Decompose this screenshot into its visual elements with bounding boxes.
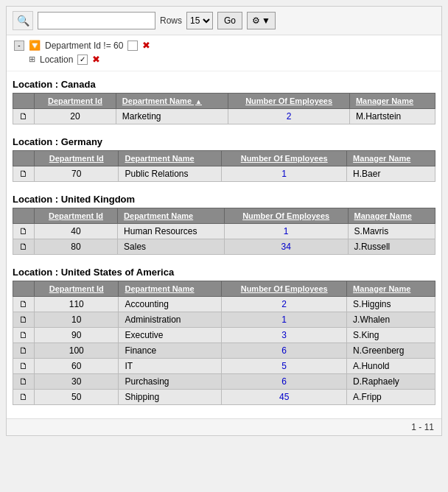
row-icon: 🗋 <box>13 328 35 343</box>
num-emp-cell[interactable]: 5 <box>222 359 347 374</box>
location-header-1: Location : Germany <box>13 132 435 150</box>
dept-name-cell: Human Resources <box>118 224 225 239</box>
search-button[interactable]: 🔍 <box>13 11 33 30</box>
filter2-delete-icon[interactable]: ✖ <box>92 54 100 65</box>
col-header-2[interactable]: Number Of Employees <box>228 94 350 109</box>
rows-select[interactable]: 5 10 15 20 25 50 <box>186 12 213 29</box>
col-header-1[interactable]: Department Name <box>119 151 222 166</box>
row-icon: 🗋 <box>13 224 35 239</box>
filter2-checkbox[interactable]: ✓ <box>77 55 88 65</box>
col-icon <box>13 151 35 166</box>
col-header-0[interactable]: Department Id <box>35 94 116 109</box>
num-emp-cell[interactable]: 34 <box>224 239 348 255</box>
col-header-0[interactable]: Department Id <box>35 151 119 166</box>
table-row: 🗋90Executive3S.King <box>13 328 435 343</box>
dept-name-cell: Accounting <box>119 297 222 312</box>
row-icon: 🗋 <box>13 239 35 255</box>
table-0: Department IdDepartment Name ▲Number Of … <box>13 93 435 124</box>
dept-name-cell: Sales <box>118 239 225 255</box>
filter1-delete-icon[interactable]: ✖ <box>142 40 150 51</box>
dept-id-cell: 100 <box>35 343 119 359</box>
dept-name-cell: Purchasing <box>119 374 222 390</box>
col-header-2[interactable]: Number Of Employees <box>222 281 347 297</box>
row-icon: 🗋 <box>13 390 35 405</box>
dept-id-cell: 30 <box>35 374 119 390</box>
filter1-checkbox[interactable] <box>127 41 138 51</box>
num-emp-cell[interactable]: 45 <box>222 390 347 405</box>
manager-cell: S.King <box>347 328 435 343</box>
go-button[interactable]: Go <box>217 12 242 29</box>
row-icon: 🗋 <box>13 359 35 374</box>
table-2: Department IdDepartment NameNumber Of Em… <box>13 208 435 255</box>
table-row: 🗋70Public Relations1H.Baer <box>13 166 435 182</box>
table-row: 🗋60IT5A.Hunold <box>13 359 435 374</box>
dept-id-cell: 90 <box>35 328 119 343</box>
filter-area: - 🔽 Department Id != 60 ✖ ⊞ Location ✓ ✖ <box>7 35 441 71</box>
num-emp-cell[interactable]: 6 <box>222 343 347 359</box>
location-header-2: Location : United Kingdom <box>13 189 435 208</box>
toolbar: 🔍 Rows 5 10 15 20 25 50 Go ⚙ ▼ <box>7 7 441 35</box>
num-emp-cell[interactable]: 2 <box>228 109 350 124</box>
row-icon: 🗋 <box>13 166 35 182</box>
col-header-3[interactable]: Manager Name <box>349 94 435 109</box>
settings-button[interactable]: ⚙ ▼ <box>247 12 276 29</box>
col-header-1[interactable]: Department Name ▲ <box>116 94 228 109</box>
table-row: 🗋100Finance6N.Greenberg <box>13 343 435 359</box>
col-header-3[interactable]: Manager Name <box>347 151 435 166</box>
dept-name-cell: Executive <box>119 328 222 343</box>
col-header-3[interactable]: Manager Name <box>348 208 435 224</box>
manager-cell: A.Hunold <box>347 359 435 374</box>
col-header-2[interactable]: Number Of Employees <box>224 208 348 224</box>
pagination-info: 1 - 11 <box>411 422 434 432</box>
col-header-1[interactable]: Department Name <box>119 281 222 297</box>
search-input[interactable] <box>38 12 155 29</box>
dropdown-arrow-icon: ▼ <box>262 15 270 26</box>
row-icon: 🗋 <box>13 374 35 390</box>
dept-name-cell: IT <box>119 359 222 374</box>
dept-name-cell: Marketing <box>116 109 228 124</box>
num-emp-cell[interactable]: 1 <box>222 166 347 182</box>
table-row: 🗋40Human Resources1S.Mavris <box>13 224 435 239</box>
manager-cell: H.Baer <box>347 166 435 182</box>
dept-name-cell: Public Relations <box>119 166 222 182</box>
col-header-1[interactable]: Department Name <box>118 208 225 224</box>
num-emp-cell[interactable]: 1 <box>224 224 348 239</box>
dept-id-cell: 80 <box>35 239 118 255</box>
col-header-2[interactable]: Number Of Employees <box>222 151 347 166</box>
col-icon <box>13 281 35 297</box>
col-header-3[interactable]: Manager Name <box>347 281 435 297</box>
col-icon <box>13 94 35 109</box>
row-icon: 🗋 <box>13 297 35 312</box>
num-emp-cell[interactable]: 2 <box>222 297 347 312</box>
table-row: 🗋10Administration1J.Whalen <box>13 312 435 328</box>
num-emp-cell[interactable]: 6 <box>222 374 347 390</box>
table-row: 🗋80Sales34J.Russell <box>13 239 435 255</box>
row-icon: 🗋 <box>13 109 35 124</box>
manager-cell: J.Whalen <box>347 312 435 328</box>
num-emp-cell[interactable]: 1 <box>222 312 347 328</box>
row-icon: 🗋 <box>13 343 35 359</box>
dept-id-cell: 70 <box>35 166 119 182</box>
dept-id-cell: 50 <box>35 390 119 405</box>
table-row: 🗋50Shipping45A.Fripp <box>13 390 435 405</box>
location-group-1: Location : GermanyDepartment IdDepartmen… <box>13 132 435 182</box>
location-group-2: Location : United KingdomDepartment IdDe… <box>13 189 435 255</box>
location-group-3: Location : United States of AmericaDepar… <box>13 262 435 405</box>
filter-row-2: ⊞ Location ✓ ✖ <box>14 54 434 65</box>
filter-icon-1: 🔽 <box>29 40 41 51</box>
num-emp-cell[interactable]: 3 <box>222 328 347 343</box>
manager-cell: S.Mavris <box>348 224 435 239</box>
table-1: Department IdDepartment NameNumber Of Em… <box>13 150 435 182</box>
dept-name-cell: Finance <box>119 343 222 359</box>
col-icon <box>13 208 35 224</box>
manager-cell: S.Higgins <box>347 297 435 312</box>
row-icon: 🗋 <box>13 312 35 328</box>
col-header-0[interactable]: Department Id <box>35 281 119 297</box>
table-row: 🗋30Purchasing6D.Raphaely <box>13 374 435 390</box>
manager-cell: A.Fripp <box>347 390 435 405</box>
dept-id-cell: 10 <box>35 312 119 328</box>
manager-cell: M.Hartstein <box>349 109 435 124</box>
manager-cell: D.Raphaely <box>347 374 435 390</box>
col-header-0[interactable]: Department Id <box>35 208 118 224</box>
collapse-button[interactable]: - <box>14 41 24 51</box>
